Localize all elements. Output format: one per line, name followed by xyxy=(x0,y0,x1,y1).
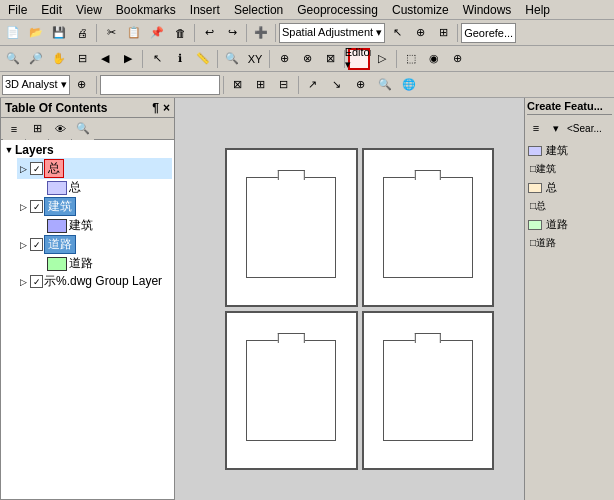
toc-search-btn[interactable]: 🔍 xyxy=(72,118,94,140)
building-notch-1 xyxy=(278,170,304,180)
3d-tool4[interactable]: ⊟ xyxy=(273,74,295,96)
georef-dropdown[interactable]: Georefe... xyxy=(461,23,516,43)
rp-dropdown[interactable]: ▾ xyxy=(547,119,565,137)
zoom-out-btn[interactable]: 🔎 xyxy=(25,48,47,70)
scale-box[interactable] xyxy=(100,75,220,95)
rp-item-daolu[interactable]: 道路 xyxy=(527,215,612,234)
map-canvas[interactable] xyxy=(175,98,524,500)
toc-root-row[interactable]: ▼ Layers xyxy=(3,142,172,158)
building-cell-2 xyxy=(362,148,495,307)
3d-analyst-dropdown[interactable]: 3D Analyst ▾ xyxy=(2,75,70,95)
sep6 xyxy=(142,50,143,68)
dwg-expand[interactable]: ▷ xyxy=(17,276,29,288)
tool2-btn[interactable]: ⊕ xyxy=(409,22,431,44)
building-notch-4 xyxy=(415,333,441,343)
pan-btn[interactable]: ✋ xyxy=(48,48,70,70)
zong-checkbox[interactable] xyxy=(30,162,43,175)
save-btn[interactable]: 💾 xyxy=(48,22,70,44)
georef-label: Georefe... xyxy=(464,27,513,39)
menu-file[interactable]: File xyxy=(2,2,33,18)
open-btn[interactable]: 📂 xyxy=(25,22,47,44)
editor-dropdown-btn[interactable]: Editor ▾ xyxy=(348,48,370,70)
toc-visible-btn[interactable]: 👁 xyxy=(49,118,71,140)
toc-source-btn[interactable]: ⊞ xyxy=(26,118,48,140)
gotoXY-btn[interactable]: XY xyxy=(244,48,266,70)
prev-extent-btn[interactable]: ◀ xyxy=(94,48,116,70)
rp-zong-label: 总 xyxy=(546,180,557,195)
tool-b-btn[interactable]: ⊗ xyxy=(296,48,318,70)
pointer-btn[interactable]: ↖ xyxy=(386,22,408,44)
building-cell-3 xyxy=(225,311,358,470)
zong-expand[interactable]: ▷ xyxy=(17,163,29,175)
daolu-legend-label: 道路 xyxy=(69,255,93,272)
undo-btn[interactable]: ↩ xyxy=(198,22,220,44)
daolu-legend: 道路 xyxy=(45,255,172,272)
toc-panel: Table Of Contents ¶ × ≡ ⊞ 👁 🔍 ▼ Layers ▷ xyxy=(0,98,175,500)
tool-d-btn[interactable]: ▷ xyxy=(371,48,393,70)
3d-tool1[interactable]: ⊕ xyxy=(71,74,93,96)
toc-layer-dwg-row[interactable]: ▷ 示%.dwg Group Layer xyxy=(17,272,172,291)
building-cell-1 xyxy=(225,148,358,307)
daolu-checkbox[interactable] xyxy=(30,238,43,251)
tool-e-btn[interactable]: ⬚ xyxy=(400,48,422,70)
rp-jianzhu-sub: □建筑 xyxy=(530,162,556,176)
rp-jianzhu-label: 建筑 xyxy=(546,143,568,158)
toc-list-btn[interactable]: ≡ xyxy=(3,118,25,140)
toc-layer-zong-row[interactable]: ▷ 总 xyxy=(17,158,172,179)
delete-btn[interactable]: 🗑 xyxy=(169,22,191,44)
full-extent-btn[interactable]: ⊟ xyxy=(71,48,93,70)
print-btn[interactable]: 🖨 xyxy=(71,22,93,44)
root-expand[interactable]: ▼ xyxy=(3,144,15,156)
tool-g-btn[interactable]: ⊕ xyxy=(446,48,468,70)
tool-a-btn[interactable]: ⊕ xyxy=(273,48,295,70)
new-btn[interactable]: 📄 xyxy=(2,22,24,44)
rp-item-jianzhu[interactable]: 建筑 xyxy=(527,141,612,160)
menu-bookmarks[interactable]: Bookmarks xyxy=(110,2,182,18)
toc-layer-daolu-row[interactable]: ▷ 道路 xyxy=(17,234,172,255)
toc-pin-btn[interactable]: ¶ xyxy=(152,101,159,115)
magnifier-btn[interactable]: 🔍 xyxy=(374,74,396,96)
menu-windows[interactable]: Windows xyxy=(457,2,518,18)
dwg-checkbox[interactable] xyxy=(30,275,43,288)
tool3-btn[interactable]: ⊞ xyxy=(432,22,454,44)
jianzhu-checkbox[interactable] xyxy=(30,200,43,213)
rp-tool1[interactable]: ≡ xyxy=(527,119,545,137)
identify-btn[interactable]: ℹ xyxy=(169,48,191,70)
menu-insert[interactable]: Insert xyxy=(184,2,226,18)
copy-btn[interactable]: 📋 xyxy=(123,22,145,44)
toc-layer-jianzhu-row[interactable]: ▷ 建筑 xyxy=(17,196,172,217)
jianzhu-expand[interactable]: ▷ xyxy=(17,201,29,213)
menu-view[interactable]: View xyxy=(70,2,108,18)
building-inner-4 xyxy=(383,340,473,441)
sep2 xyxy=(194,24,195,42)
menu-selection[interactable]: Selection xyxy=(228,2,289,18)
editor-label: Editor ▾ xyxy=(345,46,374,71)
tool-f-btn[interactable]: ◉ xyxy=(423,48,445,70)
paste-btn[interactable]: 📌 xyxy=(146,22,168,44)
3d-analyst-label: 3D Analyst ▾ xyxy=(5,78,67,91)
globe-btn[interactable]: 🌐 xyxy=(398,74,420,96)
cut-btn[interactable]: ✂ xyxy=(100,22,122,44)
tool-c-btn[interactable]: ⊠ xyxy=(319,48,341,70)
spatial-adjustment-dropdown[interactable]: Spatial Adjustment ▾ xyxy=(279,23,385,43)
menu-customize[interactable]: Customize xyxy=(386,2,455,18)
next-extent-btn[interactable]: ▶ xyxy=(117,48,139,70)
3d-tool3[interactable]: ⊞ xyxy=(250,74,272,96)
toc-close-btn[interactable]: × xyxy=(163,101,170,115)
measure-btn[interactable]: 📏 xyxy=(192,48,214,70)
coord-tool2[interactable]: ↘ xyxy=(326,74,348,96)
menu-help[interactable]: Help xyxy=(519,2,556,18)
coord-tool3[interactable]: ⊕ xyxy=(350,74,372,96)
find-btn[interactable]: 🔍 xyxy=(221,48,243,70)
redo-btn[interactable]: ↪ xyxy=(221,22,243,44)
add-data-btn[interactable]: ➕ xyxy=(250,22,272,44)
select-btn[interactable]: ↖ xyxy=(146,48,168,70)
zoom-in-btn[interactable]: 🔍 xyxy=(2,48,24,70)
building-notch-3 xyxy=(278,333,304,343)
menu-edit[interactable]: Edit xyxy=(35,2,68,18)
rp-item-zong[interactable]: 总 xyxy=(527,178,612,197)
3d-tool2[interactable]: ⊠ xyxy=(227,74,249,96)
menu-geoprocessing[interactable]: Geoprocessing xyxy=(291,2,384,18)
daolu-expand[interactable]: ▷ xyxy=(17,239,29,251)
coord-tool1[interactable]: ↗ xyxy=(302,74,324,96)
